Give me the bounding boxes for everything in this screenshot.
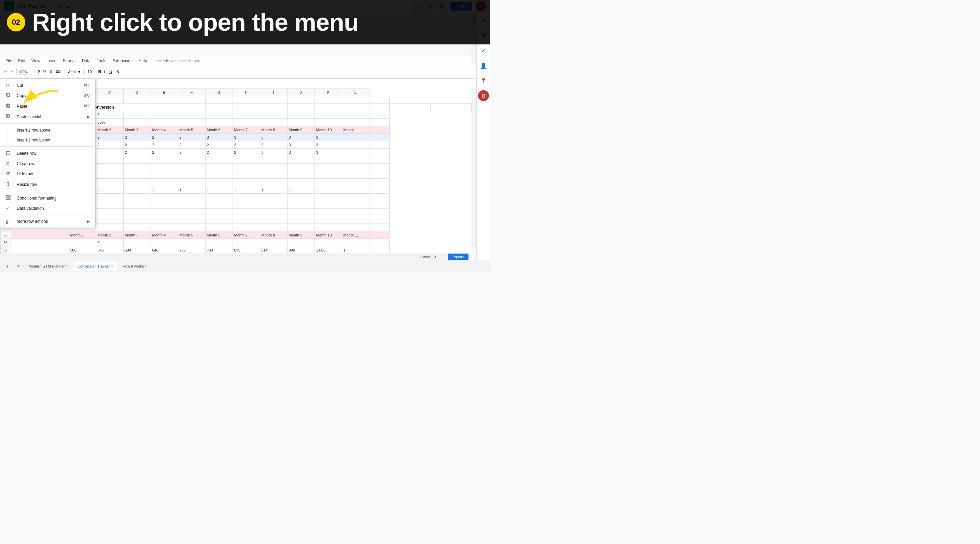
col-header-C[interactable]: C	[96, 88, 123, 96]
col-header-E[interactable]: E	[151, 88, 178, 96]
cell[interactable]	[96, 148, 123, 156]
cell[interactable]	[96, 96, 123, 104]
cell[interactable]: 1	[342, 246, 369, 254]
cell[interactable]	[205, 111, 232, 118]
undo-icon[interactable]: ↩	[3, 69, 7, 74]
cell[interactable]	[287, 118, 315, 126]
cell[interactable]	[178, 156, 205, 164]
cell[interactable]	[287, 179, 315, 186]
cell[interactable]	[342, 194, 369, 201]
cell[interactable]: 2	[178, 141, 205, 148]
menu-format[interactable]: Format	[60, 58, 78, 64]
col-header-G[interactable]: G	[205, 88, 232, 96]
cell[interactable]	[205, 96, 232, 104]
menu-file[interactable]: File	[3, 58, 15, 64]
cell[interactable]	[232, 96, 260, 104]
cell[interactable]	[287, 224, 315, 231]
cell[interactable]: 3	[260, 134, 287, 141]
cell[interactable]	[205, 156, 232, 164]
cell[interactable]	[232, 216, 260, 224]
col-header-J[interactable]: J	[287, 88, 315, 96]
context-menu-item[interactable]: ✕Clear row	[0, 158, 95, 169]
tab-dropdown-modern-gtm-planner[interactable]: ▾	[66, 265, 68, 268]
cell[interactable]: 2	[151, 134, 178, 141]
cell[interactable]	[315, 171, 342, 179]
cell[interactable]	[151, 239, 178, 246]
context-menu-item[interactable]: +Insert 1 row below	[0, 135, 95, 145]
bold-button[interactable]: B	[98, 69, 102, 74]
cell[interactable]: Month 9	[287, 126, 315, 134]
cell[interactable]	[232, 164, 260, 171]
cell[interactable]	[151, 156, 178, 164]
cell[interactable]	[178, 96, 205, 104]
cell[interactable]: Month 11	[342, 231, 369, 239]
cell[interactable]: 3	[260, 141, 287, 148]
cell[interactable]	[369, 156, 390, 164]
cell[interactable]	[369, 104, 390, 111]
cell[interactable]	[369, 96, 390, 104]
menu-data[interactable]: Data	[79, 58, 93, 64]
cell[interactable]	[178, 164, 205, 171]
cell[interactable]: 3	[260, 148, 287, 156]
cell[interactable]	[178, 171, 205, 179]
cell[interactable]	[68, 239, 96, 246]
cell[interactable]: Month 8	[260, 231, 287, 239]
cell[interactable]	[369, 179, 390, 186]
cell[interactable]: 1	[287, 186, 315, 194]
cell[interactable]: Month 6	[205, 231, 232, 239]
cell[interactable]	[205, 164, 232, 171]
cell[interactable]: 3	[315, 148, 342, 156]
cell[interactable]	[451, 104, 472, 111]
cell[interactable]: 996	[287, 246, 315, 254]
cell[interactable]	[431, 104, 451, 111]
cell[interactable]	[369, 239, 390, 246]
cell[interactable]: 3	[315, 141, 342, 148]
cell[interactable]: 2	[178, 148, 205, 156]
cell[interactable]: Month 3	[123, 231, 151, 239]
cell[interactable]	[315, 194, 342, 201]
cell[interactable]	[369, 134, 390, 141]
cell[interactable]	[205, 104, 232, 111]
context-menu-item[interactable]: Copy⌘C	[0, 90, 95, 101]
context-menu-item[interactable]: Hide row	[0, 169, 95, 179]
decimal-more-icon[interactable]: .0	[49, 70, 52, 74]
cell[interactable]	[369, 148, 390, 156]
cell[interactable]	[342, 156, 369, 164]
cell[interactable]	[151, 96, 178, 104]
cell[interactable]	[342, 134, 369, 141]
col-header-H[interactable]: H	[232, 88, 260, 96]
cell[interactable]	[315, 216, 342, 224]
cell[interactable]	[260, 194, 287, 201]
menu-extensions[interactable]: Extensions	[110, 58, 135, 64]
explore-button[interactable]: Explore	[448, 254, 468, 260]
check-icon[interactable]: ✓	[478, 45, 489, 56]
cell[interactable]	[342, 239, 369, 246]
decimal-less-icon[interactable]: .00	[55, 70, 60, 74]
cell[interactable]: Month 2	[96, 126, 123, 134]
cell[interactable]: 1	[151, 186, 178, 194]
cell[interactable]	[96, 194, 123, 201]
cell[interactable]: 3	[287, 148, 315, 156]
cell[interactable]: 3	[96, 111, 123, 118]
cell[interactable]	[369, 141, 390, 148]
cell[interactable]	[232, 156, 260, 164]
cell[interactable]	[205, 171, 232, 179]
cell[interactable]: 3	[287, 141, 315, 148]
cell[interactable]	[96, 156, 123, 164]
cell[interactable]	[287, 216, 315, 224]
cell[interactable]: Month 10	[315, 231, 342, 239]
cell[interactable]: Month 7	[232, 126, 260, 134]
cell[interactable]	[260, 164, 287, 171]
cell[interactable]	[123, 209, 151, 216]
zoom-select[interactable]: 100%	[16, 69, 29, 75]
cell[interactable]	[96, 216, 123, 224]
cell[interactable]: 769	[205, 246, 232, 254]
cell[interactable]	[178, 209, 205, 216]
cell[interactable]	[369, 201, 390, 209]
context-menu-item[interactable]: ✂Cut⌘X	[0, 80, 95, 90]
cell[interactable]: 3	[287, 134, 315, 141]
cell[interactable]	[151, 216, 178, 224]
cell[interactable]	[232, 111, 260, 118]
cell[interactable]: Month 11	[342, 126, 369, 134]
cell[interactable]	[369, 111, 390, 118]
